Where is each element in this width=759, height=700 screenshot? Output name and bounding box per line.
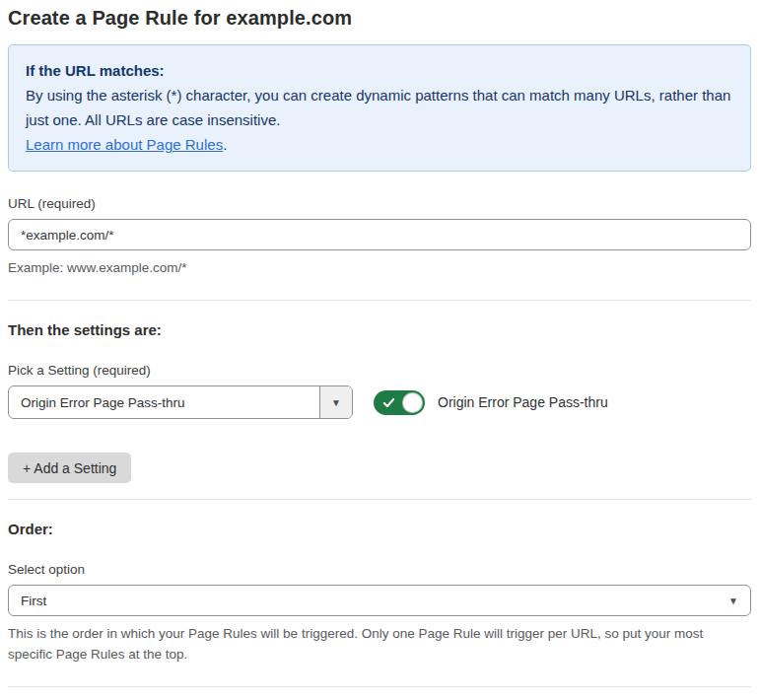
divider [8, 686, 751, 687]
info-box-heading: If the URL matches: [26, 58, 733, 83]
order-helper-text: This is the order in which your Page Rul… [8, 623, 742, 665]
chevron-down-icon: ▼ [331, 397, 341, 408]
order-section-heading: Order: [8, 521, 751, 537]
link-suffix: . [223, 136, 227, 153]
order-select-label: Select option [8, 562, 751, 577]
divider [8, 300, 751, 301]
setting-dropdown-arrow-button[interactable]: ▼ [319, 386, 352, 418]
setting-toggle[interactable] [374, 390, 425, 415]
order-select[interactable]: First ▼ [8, 585, 751, 616]
setting-row: Origin Error Page Pass-thru ▼ Origin Err… [8, 385, 751, 419]
order-select-value: First [21, 594, 46, 608]
add-setting-button[interactable]: + Add a Setting [8, 453, 131, 483]
learn-more-link[interactable]: Learn more about Page Rules [26, 136, 223, 153]
divider [8, 499, 751, 500]
pick-setting-label: Pick a Setting (required) [8, 363, 751, 378]
info-box-link-line: Learn more about Page Rules. [26, 132, 733, 157]
setting-dropdown[interactable]: Origin Error Page Pass-thru ▼ [8, 385, 353, 419]
info-box-body: By using the asterisk (*) character, you… [26, 83, 733, 132]
settings-section-heading: Then the settings are: [8, 321, 751, 338]
page-title: Create a Page Rule for example.com [8, 7, 751, 30]
toggle-label: Origin Error Page Pass-thru [438, 394, 608, 410]
chevron-down-icon: ▼ [728, 595, 738, 606]
check-icon [382, 396, 395, 409]
url-field-label: URL (required) [8, 196, 751, 211]
toggle-knob [402, 392, 423, 413]
setting-dropdown-value: Origin Error Page Pass-thru [9, 386, 319, 418]
url-example-helper: Example: www.example.com/* [8, 257, 751, 278]
url-input[interactable] [8, 219, 751, 250]
url-match-info-box: If the URL matches: By using the asteris… [8, 44, 751, 172]
